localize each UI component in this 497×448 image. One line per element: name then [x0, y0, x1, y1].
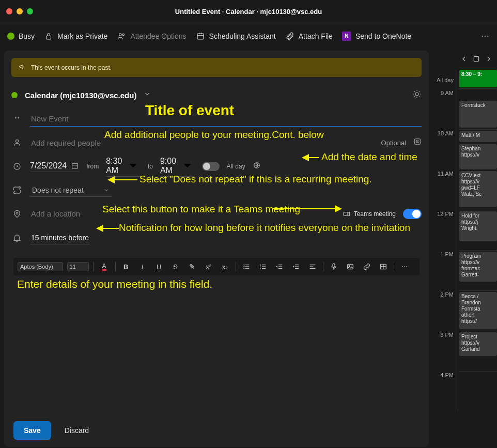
indent-button[interactable] [290, 261, 302, 272]
required-people-input[interactable] [30, 136, 374, 149]
past-event-banner: This event occurs in the past. [11, 58, 422, 77]
save-button[interactable]: Save [13, 421, 51, 440]
hour-row: 9 AM8:30 – 9:Formstack [433, 89, 497, 129]
all-day-toggle[interactable] [202, 162, 220, 171]
hour-cell[interactable]: Matt / MStephanhttps://v [458, 129, 497, 169]
subscript-button[interactable]: x₂ [219, 261, 231, 272]
hour-row: 4 PM [433, 371, 497, 411]
calendar-event[interactable]: Project https://vGarland [459, 332, 497, 356]
hour-label: 1 PM [433, 250, 458, 290]
recurrence-dropdown[interactable]: Does not repeat [30, 184, 112, 197]
timezone-icon[interactable] [253, 161, 261, 172]
event-title-input[interactable] [30, 111, 422, 127]
table-button[interactable] [377, 261, 390, 272]
hour-cell[interactable]: CCV exthttps://vpwd=LFWalz, Sc [458, 169, 497, 210]
bell-icon [11, 233, 23, 242]
mark-private-button[interactable]: Mark as Private [44, 32, 107, 41]
bold-button[interactable]: B [120, 261, 132, 272]
close-window-button[interactable] [6, 8, 12, 14]
numbered-list-button[interactable]: 123 [257, 261, 269, 272]
font-family-select[interactable]: Aptos (Body) [18, 262, 63, 271]
to-label: to [148, 163, 153, 170]
location-input[interactable] [30, 207, 335, 221]
end-time-picker[interactable]: 9:00 AM [160, 157, 195, 177]
strip-prev-button[interactable] [460, 55, 468, 65]
optional-attendees-label[interactable]: Optional [381, 139, 406, 147]
hour-cell[interactable]: 8:30 – 9:Formstack [458, 89, 497, 129]
hour-row: 3 PMProject https://vGarland [433, 331, 497, 371]
traffic-lights [6, 8, 33, 14]
link-button[interactable] [361, 261, 373, 272]
start-time-picker[interactable]: 8:30 AM [106, 157, 141, 177]
contacts-picker-icon[interactable] [413, 137, 422, 148]
send-to-onenote-button[interactable]: N Send to OneNote [342, 32, 411, 41]
font-color-button[interactable]: A [98, 261, 111, 272]
hour-cell[interactable]: Hold forhttps://jWright, [458, 210, 497, 250]
hour-cell[interactable] [458, 371, 497, 411]
svg-point-27 [404, 266, 405, 267]
svg-point-6 [487, 35, 488, 36]
highlight-button[interactable]: ✎ [186, 261, 198, 272]
busy-status-dropdown[interactable]: Busy [7, 32, 35, 40]
hour-label: 11 AM [433, 169, 458, 210]
outdent-button[interactable] [273, 261, 286, 272]
attach-file-label: Attach File [299, 32, 333, 40]
image-button[interactable] [344, 261, 356, 272]
busy-status-dot-icon [7, 33, 14, 40]
event-body-textarea[interactable] [13, 281, 420, 409]
hour-label: 12 PM [433, 210, 458, 250]
svg-rect-22 [333, 264, 335, 267]
window-titlebar: Untitled Event · Calendar · mjc10130@vsc… [0, 0, 497, 23]
fullscreen-window-button[interactable] [27, 8, 33, 14]
calendar-event[interactable]: Programhttps://vfrom=acGarrett- [459, 252, 497, 282]
bullet-list-button[interactable] [240, 261, 253, 272]
calendar-event[interactable]: Stephanhttps://v [459, 144, 497, 169]
date-picker[interactable]: 7/25/2024 [30, 161, 79, 172]
calendar-event[interactable]: Matt / M [459, 131, 497, 142]
hour-cell[interactable]: Project https://vGarland [458, 331, 497, 371]
hour-cell[interactable]: Programhttps://vfrom=acGarrett- [458, 250, 497, 290]
hour-cell[interactable]: Becca / BrandonFormstaother!https:// [458, 290, 497, 331]
location-icon [11, 209, 23, 219]
align-button[interactable] [306, 261, 319, 272]
scheduling-assistant-button[interactable]: Scheduling Assistant [196, 32, 276, 41]
chevron-down-icon[interactable] [144, 90, 151, 100]
italic-button[interactable]: I [136, 261, 149, 272]
discard-button[interactable]: Discard [58, 421, 95, 440]
svg-point-8 [15, 140, 18, 142]
reminder-row: 15 minutes before [11, 227, 422, 249]
font-size-select[interactable]: 11 [67, 262, 89, 271]
quote-icon [11, 114, 23, 123]
theme-toggle-icon[interactable] [412, 89, 422, 101]
calendar-event[interactable]: Formstack [459, 101, 497, 128]
date-value: 7/25/2024 [30, 161, 67, 171]
location-row: Teams meeting [11, 203, 422, 225]
teams-icon [343, 210, 351, 218]
svg-point-2 [122, 34, 124, 35]
lock-icon [44, 32, 53, 41]
attach-file-button[interactable]: Attach File [285, 32, 333, 41]
calendar-event[interactable]: CCV exthttps://vpwd=LFWalz, Sc [459, 171, 497, 207]
event-editor-card: This event occurs in the past. Calendar … [4, 51, 429, 447]
underline-button[interactable]: U [153, 261, 165, 272]
svg-point-26 [402, 266, 403, 267]
day-calendar-strip: All day 9 AM8:30 – 9:Formstack10 AMMatt … [433, 49, 497, 448]
toolbar-more-button[interactable] [480, 32, 490, 41]
separator [115, 262, 116, 271]
strikethrough-button[interactable]: S [169, 261, 182, 272]
calendar-event[interactable]: Becca / BrandonFormstaother!https:// [459, 292, 497, 329]
strip-next-button[interactable] [485, 55, 493, 65]
repeat-icon [11, 186, 23, 195]
reminder-dropdown[interactable]: 15 minutes before [30, 231, 90, 244]
attendee-options-button[interactable]: Attendee Options [117, 32, 186, 41]
superscript-button[interactable]: x² [203, 261, 215, 272]
strip-today-button[interactable] [472, 55, 480, 65]
more-formatting-button[interactable] [398, 261, 411, 272]
calendar-event[interactable]: Hold forhttps://jWright, [459, 211, 497, 241]
minimize-window-button[interactable] [17, 8, 23, 14]
mic-button[interactable] [328, 261, 340, 272]
new-event-chip[interactable]: 8:30 – 9: [459, 70, 497, 87]
calendar-name[interactable]: Calendar (mjc10130@vsc.edu) [25, 91, 136, 100]
svg-point-4 [482, 35, 483, 36]
teams-meeting-toggle[interactable] [403, 209, 422, 219]
